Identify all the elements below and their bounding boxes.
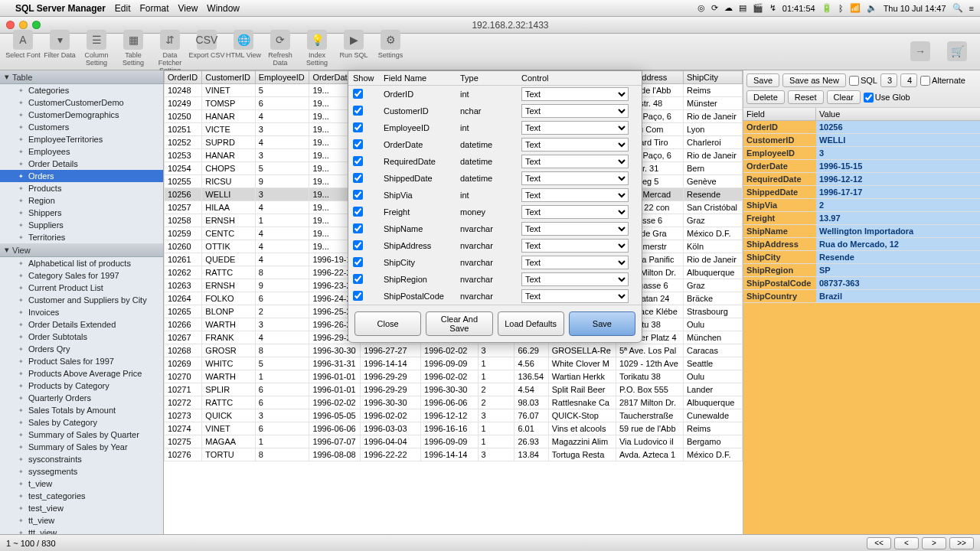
sidebar-item-current-product-list[interactable]: ✦Current Product List bbox=[0, 282, 163, 294]
select-font[interactable]: ASelect Font bbox=[5, 30, 41, 74]
page-4-button[interactable]: 4 bbox=[900, 73, 917, 87]
control-select[interactable]: Text bbox=[521, 87, 629, 101]
data-fetcher[interactable]: ⇵Data Fetcher Setting bbox=[152, 30, 188, 74]
popup-load-defaults-button[interactable]: Load Defaults bbox=[498, 311, 564, 336]
show-checkbox[interactable] bbox=[353, 190, 363, 200]
sidebar-item-products-above-average-price[interactable]: ✦Products Above Average Price bbox=[0, 367, 163, 380]
sidebar-item-sales-by-category[interactable]: ✦Sales by Category bbox=[0, 416, 163, 429]
show-checkbox[interactable] bbox=[353, 89, 363, 99]
detail-value[interactable]: 2 bbox=[816, 199, 980, 211]
control-select[interactable]: Text bbox=[521, 138, 629, 152]
sidebar-item-tt-view[interactable]: ✦tt_view bbox=[0, 514, 163, 527]
detail-value[interactable]: 13.97 bbox=[816, 212, 980, 224]
detail-value[interactable]: 3 bbox=[816, 147, 980, 159]
export-csv[interactable]: CSVExport CSV bbox=[188, 30, 225, 74]
control-select[interactable]: Text bbox=[521, 171, 629, 185]
column-setting[interactable]: ☰Column Setting bbox=[78, 30, 115, 74]
control-select[interactable]: Text bbox=[521, 155, 629, 168]
refresh-data[interactable]: ⟳Refresh Data bbox=[262, 30, 299, 74]
battery-icon[interactable]: 🔋 bbox=[822, 3, 832, 13]
show-checkbox[interactable] bbox=[353, 122, 363, 132]
detail-value[interactable]: 1996-15-15 bbox=[816, 160, 980, 172]
sidebar-item-employees[interactable]: ✦Employees bbox=[0, 145, 163, 158]
table-row[interactable]: 10272RATTC61996-02-021996-30-301996-06-0… bbox=[165, 396, 743, 409]
show-checkbox[interactable] bbox=[353, 139, 363, 149]
menu-format[interactable]: Format bbox=[140, 3, 169, 14]
detail-value[interactable]: 08737-363 bbox=[816, 277, 980, 289]
sidebar-item-products[interactable]: ✦Products bbox=[0, 182, 163, 194]
menubar-icon[interactable]: 🎬 bbox=[753, 3, 763, 13]
detail-value[interactable]: Wellington Importadora bbox=[816, 225, 980, 237]
detail-value[interactable]: 1996-17-17 bbox=[816, 186, 980, 198]
clear-button[interactable]: Clear bbox=[827, 90, 861, 104]
index-setting[interactable]: 💡Index Setting bbox=[299, 30, 335, 74]
show-checkbox[interactable] bbox=[353, 274, 363, 284]
sidebar-item-order-details[interactable]: ✦Order Details bbox=[0, 158, 163, 170]
sidebar-item-product-sales-for-1997[interactable]: ✦Product Sales for 1997 bbox=[0, 355, 163, 367]
detail-value[interactable]: Resende bbox=[816, 251, 980, 263]
control-select[interactable]: Text bbox=[521, 289, 629, 303]
popup-clear-save-button[interactable]: Clear And Save bbox=[426, 311, 492, 336]
zoom-window-button[interactable] bbox=[32, 21, 41, 29]
table-row[interactable]: 10276TORTU81996-08-081996-22-221996-14-1… bbox=[165, 448, 743, 461]
control-select[interactable]: Text bbox=[521, 188, 629, 202]
volume-icon[interactable]: 🔈 bbox=[867, 3, 877, 13]
control-select[interactable]: Text bbox=[521, 121, 629, 135]
menubar-icon[interactable]: ▤ bbox=[739, 3, 746, 13]
sidebar-item-orders-qry[interactable]: ✦Orders Qry bbox=[0, 343, 163, 355]
control-select[interactable]: Text bbox=[521, 104, 629, 118]
sql-checkbox[interactable] bbox=[849, 76, 859, 86]
sidebar-item-orders[interactable]: ✦Orders bbox=[0, 170, 163, 182]
sidebar-item-customers[interactable]: ✦Customers bbox=[0, 121, 163, 133]
sidebar-item-territories[interactable]: ✦Territories bbox=[0, 231, 163, 243]
detail-value[interactable]: Rua do Mercado, 12 bbox=[816, 238, 980, 250]
sidebar-group-view[interactable]: ▾View bbox=[0, 243, 163, 257]
menubar-icon[interactable]: ◎ bbox=[697, 3, 705, 13]
table-row[interactable]: 10270WARTH11996-01-011996-29-291996-02-0… bbox=[165, 370, 743, 383]
popup-save-button[interactable]: Save bbox=[569, 311, 635, 336]
sidebar-item-category-sales-for-1997[interactable]: ✦Category Sales for 1997 bbox=[0, 269, 163, 282]
table-row[interactable]: 10275MAGAA11996-07-071996-04-041996-09-0… bbox=[165, 435, 743, 448]
detail-value[interactable]: SP bbox=[816, 264, 980, 276]
show-checkbox[interactable] bbox=[353, 257, 363, 267]
html-view[interactable]: 🌐HTML View bbox=[225, 30, 262, 74]
sidebar-item-shippers[interactable]: ✦Shippers bbox=[0, 207, 163, 219]
sidebar-item-alphabetical-list-of-products[interactable]: ✦Alphabetical list of products bbox=[0, 257, 163, 269]
column-shipcity[interactable]: ShipCity bbox=[683, 71, 742, 84]
show-checkbox[interactable] bbox=[353, 207, 363, 217]
nav-button-2[interactable]: > bbox=[922, 537, 946, 549]
table-row[interactable]: 10268GROSR81996-30-301996-27-271996-02-0… bbox=[165, 344, 743, 357]
show-checkbox[interactable] bbox=[353, 173, 363, 183]
minimize-window-button[interactable] bbox=[19, 21, 28, 29]
clock[interactable]: Thu 10 Jul 14:47 bbox=[884, 4, 946, 13]
menu-view[interactable]: View bbox=[178, 3, 198, 14]
show-checkbox[interactable] bbox=[353, 240, 363, 250]
sidebar-item-region[interactable]: ✦Region bbox=[0, 194, 163, 207]
toolbar-cart[interactable]: 🛒 bbox=[939, 41, 975, 63]
sidebar-item-customerdemographics[interactable]: ✦CustomerDemographics bbox=[0, 109, 163, 121]
table-row[interactable]: 10271SPLIR61996-01-011996-29-291996-30-3… bbox=[165, 383, 743, 396]
notification-icon[interactable]: ≡ bbox=[969, 4, 974, 13]
sidebar-item-t-view[interactable]: ✦t_view bbox=[0, 478, 163, 490]
sidebar-item-order-subtotals[interactable]: ✦Order Subtotals bbox=[0, 331, 163, 343]
bluetooth-icon[interactable]: ᛒ bbox=[838, 4, 844, 13]
sidebar-item-suppliers[interactable]: ✦Suppliers bbox=[0, 219, 163, 231]
control-select[interactable]: Text bbox=[521, 256, 629, 269]
menubar-icon[interactable]: ⟳ bbox=[711, 3, 718, 13]
app-name[interactable]: SQL Server Manager bbox=[15, 3, 106, 14]
control-select[interactable]: Text bbox=[521, 222, 629, 236]
sidebar-item-customercustomerdemo[interactable]: ✦CustomerCustomerDemo bbox=[0, 96, 163, 109]
column-orderid[interactable]: OrderID bbox=[165, 71, 202, 84]
control-select[interactable]: Text bbox=[521, 239, 629, 253]
sidebar-item-test-categories[interactable]: ✦test_categories bbox=[0, 490, 163, 502]
table-row[interactable]: 10269WHITC51996-31-311996-14-141996-09-0… bbox=[165, 357, 743, 370]
menu-window[interactable]: Window bbox=[207, 3, 240, 14]
nav-button-3[interactable]: >> bbox=[949, 537, 974, 549]
delete-button[interactable]: Delete bbox=[746, 90, 785, 104]
sidebar-item-sysconstraints[interactable]: ✦sysconstraints bbox=[0, 453, 163, 465]
menubar-icon[interactable]: ↯ bbox=[769, 3, 776, 13]
detail-value[interactable]: WELLI bbox=[816, 134, 980, 146]
table-setting[interactable]: ▦Table Setting bbox=[115, 30, 152, 74]
sidebar-item-ttt-view[interactable]: ✦ttt_view bbox=[0, 527, 163, 534]
sidebar-item-products-by-category[interactable]: ✦Products by Category bbox=[0, 380, 163, 392]
